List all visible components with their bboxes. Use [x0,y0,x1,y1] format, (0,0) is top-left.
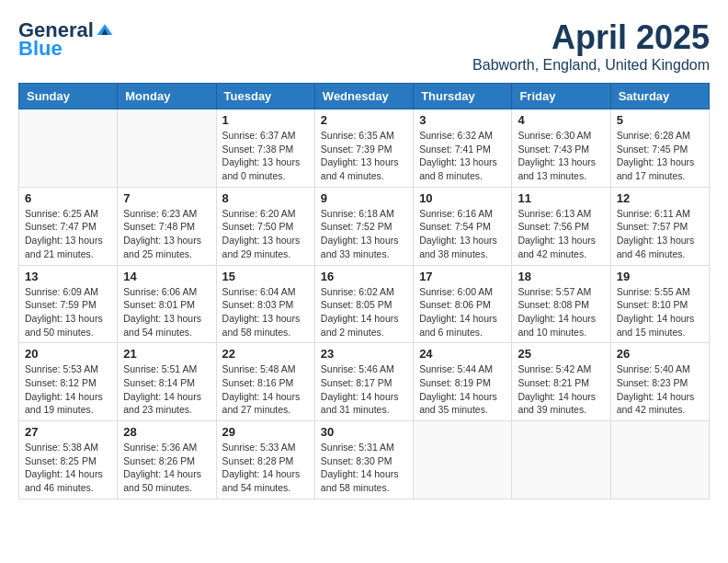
day-info: Sunrise: 6:06 AMSunset: 8:01 PMDaylight:… [123,285,210,339]
day-number: 1 [222,113,309,127]
weekday-header-monday: Monday [118,84,216,109]
day-info: Sunrise: 6:37 AMSunset: 7:38 PMDaylight:… [222,129,309,183]
month-title: April 2025 [472,18,710,57]
calendar-cell: 3Sunrise: 6:32 AMSunset: 7:41 PMDaylight… [414,109,512,188]
calendar-cell: 17Sunrise: 6:00 AMSunset: 8:06 PMDayligh… [414,265,512,343]
calendar-cell: 25Sunrise: 5:42 AMSunset: 8:21 PMDayligh… [512,343,610,421]
day-info: Sunrise: 5:42 AMSunset: 8:21 PMDaylight:… [518,362,604,417]
day-info: Sunrise: 5:51 AMSunset: 8:14 PMDaylight:… [123,362,210,417]
calendar-cell [610,421,709,500]
calendar-cell [19,109,118,188]
day-info: Sunrise: 6:09 AMSunset: 7:59 PMDaylight:… [25,285,111,339]
day-info: Sunrise: 6:23 AMSunset: 7:48 PMDaylight:… [123,207,210,261]
calendar-cell: 24Sunrise: 5:44 AMSunset: 8:19 PMDayligh… [414,343,512,421]
calendar-cell: 26Sunrise: 5:40 AMSunset: 8:23 PMDayligh… [610,343,709,421]
logo-blue-text: Blue [18,37,63,61]
day-number: 4 [518,113,604,127]
calendar-cell: 28Sunrise: 5:36 AMSunset: 8:26 PMDayligh… [118,421,216,500]
calendar-week-row: 20Sunrise: 5:53 AMSunset: 8:12 PMDayligh… [19,343,710,421]
day-info: Sunrise: 5:57 AMSunset: 8:08 PMDaylight:… [518,285,604,339]
day-info: Sunrise: 6:25 AMSunset: 7:47 PMDaylight:… [25,207,111,261]
title-area: April 2025 Babworth, England, United Kin… [472,18,710,74]
day-info: Sunrise: 5:38 AMSunset: 8:25 PMDaylight:… [25,441,111,495]
weekday-header-thursday: Thursday [414,84,512,109]
day-info: Sunrise: 5:55 AMSunset: 8:10 PMDaylight:… [617,285,703,339]
day-number: 8 [222,191,309,205]
day-info: Sunrise: 6:35 AMSunset: 7:39 PMDaylight:… [321,129,407,183]
calendar-cell: 27Sunrise: 5:38 AMSunset: 8:25 PMDayligh… [19,421,118,500]
day-number: 25 [518,347,604,361]
calendar-cell: 16Sunrise: 6:02 AMSunset: 8:05 PMDayligh… [314,265,413,343]
day-number: 17 [419,270,506,283]
day-number: 5 [617,113,703,127]
calendar-cell: 12Sunrise: 6:11 AMSunset: 7:57 PMDayligh… [610,187,709,265]
calendar-cell: 23Sunrise: 5:46 AMSunset: 8:17 PMDayligh… [314,343,413,421]
day-number: 20 [25,347,111,361]
logo-icon [96,21,114,40]
day-number: 29 [222,425,309,439]
day-info: Sunrise: 6:04 AMSunset: 8:03 PMDaylight:… [222,285,309,339]
logo: General Blue [18,18,114,61]
page-header: General Blue April 2025 Babworth, Englan… [18,18,710,74]
calendar-cell [512,421,610,500]
day-number: 30 [321,425,407,439]
weekday-header-sunday: Sunday [19,84,118,109]
calendar-cell: 18Sunrise: 5:57 AMSunset: 8:08 PMDayligh… [512,265,610,343]
day-number: 6 [25,191,111,205]
calendar-cell: 13Sunrise: 6:09 AMSunset: 7:59 PMDayligh… [19,265,118,343]
day-number: 21 [123,347,210,361]
day-number: 12 [617,191,703,205]
calendar-cell: 11Sunrise: 6:13 AMSunset: 7:56 PMDayligh… [512,187,610,265]
weekday-header-tuesday: Tuesday [216,84,314,109]
day-info: Sunrise: 5:33 AMSunset: 8:28 PMDaylight:… [222,441,309,495]
weekday-header-saturday: Saturday [610,84,709,109]
day-info: Sunrise: 5:46 AMSunset: 8:17 PMDaylight:… [321,362,407,417]
calendar-cell: 10Sunrise: 6:16 AMSunset: 7:54 PMDayligh… [414,187,512,265]
day-info: Sunrise: 6:13 AMSunset: 7:56 PMDaylight:… [518,207,604,261]
calendar-week-row: 1Sunrise: 6:37 AMSunset: 7:38 PMDaylight… [19,109,710,188]
calendar-cell: 6Sunrise: 6:25 AMSunset: 7:47 PMDaylight… [19,187,118,265]
calendar-week-row: 27Sunrise: 5:38 AMSunset: 8:25 PMDayligh… [19,421,710,500]
day-number: 14 [123,270,210,283]
day-info: Sunrise: 5:36 AMSunset: 8:26 PMDaylight:… [123,441,210,495]
day-number: 9 [321,191,407,205]
calendar-cell: 29Sunrise: 5:33 AMSunset: 8:28 PMDayligh… [216,421,314,500]
day-info: Sunrise: 6:20 AMSunset: 7:50 PMDaylight:… [222,207,309,261]
weekday-header-wednesday: Wednesday [314,84,413,109]
day-info: Sunrise: 5:31 AMSunset: 8:30 PMDaylight:… [321,441,407,495]
day-info: Sunrise: 6:16 AMSunset: 7:54 PMDaylight:… [419,207,506,261]
calendar-cell [118,109,216,188]
day-info: Sunrise: 6:11 AMSunset: 7:57 PMDaylight:… [617,207,703,261]
calendar-cell [414,421,512,500]
day-number: 13 [25,270,111,283]
weekday-header-friday: Friday [512,84,610,109]
day-number: 22 [222,347,309,361]
calendar-table: SundayMondayTuesdayWednesdayThursdayFrid… [18,83,710,500]
day-number: 23 [321,347,407,361]
calendar-cell: 19Sunrise: 5:55 AMSunset: 8:10 PMDayligh… [610,265,709,343]
day-number: 2 [321,113,407,127]
day-number: 27 [25,425,111,439]
day-info: Sunrise: 5:44 AMSunset: 8:19 PMDaylight:… [419,362,506,417]
calendar-cell: 22Sunrise: 5:48 AMSunset: 8:16 PMDayligh… [216,343,314,421]
day-number: 10 [419,191,506,205]
calendar-week-row: 6Sunrise: 6:25 AMSunset: 7:47 PMDaylight… [19,187,710,265]
calendar-cell: 21Sunrise: 5:51 AMSunset: 8:14 PMDayligh… [118,343,216,421]
day-info: Sunrise: 6:32 AMSunset: 7:41 PMDaylight:… [419,129,506,183]
day-number: 11 [518,191,604,205]
day-number: 18 [518,270,604,283]
day-info: Sunrise: 5:40 AMSunset: 8:23 PMDaylight:… [617,362,703,417]
calendar-cell: 8Sunrise: 6:20 AMSunset: 7:50 PMDaylight… [216,187,314,265]
day-info: Sunrise: 5:48 AMSunset: 8:16 PMDaylight:… [222,362,309,417]
day-number: 24 [419,347,506,361]
day-number: 3 [419,113,506,127]
day-number: 28 [123,425,210,439]
day-number: 16 [321,270,407,283]
calendar-cell: 20Sunrise: 5:53 AMSunset: 8:12 PMDayligh… [19,343,118,421]
day-info: Sunrise: 6:28 AMSunset: 7:45 PMDaylight:… [617,129,703,183]
calendar-cell: 15Sunrise: 6:04 AMSunset: 8:03 PMDayligh… [216,265,314,343]
calendar-cell: 7Sunrise: 6:23 AMSunset: 7:48 PMDaylight… [118,187,216,265]
day-number: 26 [617,347,703,361]
day-info: Sunrise: 6:02 AMSunset: 8:05 PMDaylight:… [321,285,407,339]
day-info: Sunrise: 5:53 AMSunset: 8:12 PMDaylight:… [25,362,111,417]
